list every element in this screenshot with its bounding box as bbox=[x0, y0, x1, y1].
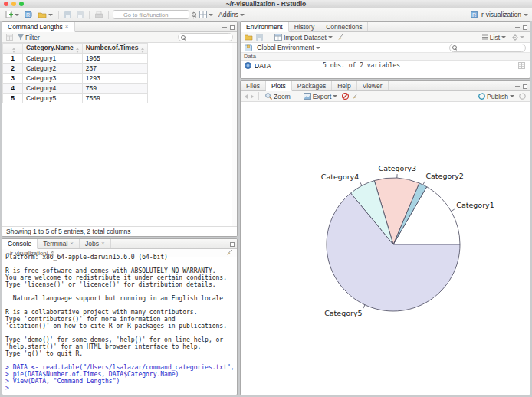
tab-history[interactable]: History bbox=[289, 22, 320, 31]
export-plot-button[interactable]: Export bbox=[302, 92, 340, 101]
svg-text:R: R bbox=[472, 12, 476, 18]
window-titlebar: ~/r-visualization - RStudio bbox=[0, 0, 532, 8]
list-label: List bbox=[490, 34, 500, 41]
load-workspace-folder-icon[interactable] bbox=[245, 34, 253, 41]
viewer-search-input[interactable] bbox=[178, 33, 233, 41]
minimize-pane-icon[interactable] bbox=[515, 86, 520, 87]
zoom-plot-button[interactable]: Zoom bbox=[264, 92, 292, 101]
open-file-button[interactable] bbox=[37, 11, 54, 19]
table-row[interactable]: 3Category31293 bbox=[3, 74, 148, 84]
remove-plot-icon[interactable] bbox=[342, 93, 349, 100]
console-line: 'help.start()' for an HTML browser inter… bbox=[5, 343, 237, 350]
tab-console[interactable]: Console bbox=[2, 239, 38, 249]
dataframe-object-icon bbox=[245, 62, 251, 69]
addins-button[interactable]: Addins bbox=[217, 10, 246, 19]
data-cell: Category5 bbox=[23, 94, 83, 103]
refresh-plot-icon[interactable] bbox=[519, 93, 526, 100]
console-line: > View(DATA, "Command Lengths") bbox=[5, 378, 237, 385]
goto-file-search[interactable] bbox=[113, 10, 189, 19]
tab-environment[interactable]: Environment bbox=[241, 22, 289, 32]
sort-icon bbox=[141, 48, 144, 53]
pane-layout-button[interactable] bbox=[198, 10, 215, 19]
row-number-cell: 3 bbox=[3, 74, 23, 84]
object-row-DATA[interactable]: DATA 5 obs. of 2 variables bbox=[241, 61, 530, 71]
data-cell: 7559 bbox=[82, 94, 147, 103]
clear-objects-broom-icon[interactable] bbox=[337, 34, 344, 41]
column-header-category-name[interactable]: Category.Name bbox=[23, 44, 83, 54]
console-line: R is free software and comes with ABSOLU… bbox=[5, 267, 237, 274]
print-button[interactable] bbox=[94, 11, 104, 19]
console-line: Natural language support but running in … bbox=[5, 295, 237, 302]
data-section-header: Data bbox=[241, 53, 530, 61]
plots-toolbar: Zoom Export Publish bbox=[241, 91, 530, 102]
pie-label-category4: Category4 bbox=[321, 172, 359, 181]
environment-search-input[interactable] bbox=[449, 44, 526, 52]
tab-terminal[interactable]: Terminal× bbox=[38, 239, 80, 248]
refresh-environment-button[interactable] bbox=[511, 34, 526, 41]
plots-pane: Files Plots Packages Help Viewer Zoom Ex… bbox=[240, 80, 530, 395]
filter-button[interactable]: Filter bbox=[16, 33, 41, 42]
console-line: Platform: x86_64-apple-darwin15.6.0 (64-… bbox=[5, 254, 237, 261]
tab-files[interactable]: Files bbox=[241, 81, 266, 90]
data-cell: 759 bbox=[82, 84, 147, 94]
goto-file-input[interactable] bbox=[113, 10, 189, 19]
maximize-pane-icon[interactable] bbox=[523, 25, 527, 30]
pie-label-category1: Category1 bbox=[456, 201, 494, 209]
tab-command-lengths[interactable]: Command Lengths × bbox=[2, 22, 75, 32]
minimize-pane-icon[interactable] bbox=[222, 244, 227, 244]
save-workspace-icon[interactable] bbox=[256, 34, 263, 41]
viewer-tab-label: Command Lengths bbox=[8, 23, 63, 31]
rownum-header[interactable] bbox=[3, 44, 23, 54]
next-plot-icon[interactable] bbox=[251, 94, 254, 99]
tab-plots[interactable]: Plots bbox=[266, 81, 292, 91]
r-project-icon: R bbox=[25, 11, 33, 18]
pie-label-leader bbox=[363, 305, 365, 309]
publish-button[interactable]: Publish bbox=[477, 92, 516, 101]
new-file-button[interactable] bbox=[4, 10, 21, 19]
tab-connections[interactable]: Connections bbox=[320, 22, 368, 31]
minimize-pane-icon[interactable] bbox=[222, 27, 227, 28]
save-button[interactable] bbox=[63, 11, 73, 19]
object-description: 5 obs. of 2 variables bbox=[323, 62, 400, 69]
save-all-button[interactable] bbox=[75, 11, 85, 19]
environment-toolbar: Import Dataset List bbox=[241, 32, 530, 43]
tab-packages[interactable]: Packages bbox=[292, 81, 332, 90]
console-line bbox=[5, 261, 237, 267]
import-dataset-button[interactable]: Import Dataset bbox=[273, 33, 334, 42]
project-menu-button[interactable]: R r-visualization bbox=[471, 11, 528, 18]
tab-help[interactable]: Help bbox=[332, 81, 356, 90]
row-number-cell: 5 bbox=[3, 94, 23, 103]
sort-icon bbox=[76, 48, 79, 53]
environment-scope-selector[interactable]: Global Environment bbox=[255, 43, 322, 52]
pane-layout-icon bbox=[199, 11, 207, 18]
environment-pane: Environment History Connections Import D… bbox=[240, 21, 530, 79]
console-output[interactable]: Platform: x86_64-apple-darwin15.6.0 (64-… bbox=[2, 254, 237, 395]
close-tab-icon[interactable]: × bbox=[70, 241, 74, 247]
column-header-number-of-times[interactable]: Number.of.Times bbox=[82, 44, 147, 54]
tab-jobs[interactable]: Jobs× bbox=[80, 239, 111, 248]
pie-label-leader bbox=[360, 182, 362, 185]
data-cell: 1293 bbox=[82, 74, 147, 84]
table-header-row: Category.Name Number.of.Times bbox=[3, 44, 148, 54]
table-row[interactable]: 5Category57559 bbox=[3, 94, 148, 103]
console-pane: Console Terminal× Jobs× ~/r-visualizatio… bbox=[2, 238, 238, 395]
maximize-pane-icon[interactable] bbox=[230, 242, 235, 247]
close-tab-icon[interactable]: × bbox=[101, 241, 105, 247]
clear-all-plots-broom-icon[interactable] bbox=[352, 94, 359, 100]
new-project-button[interactable]: R bbox=[23, 10, 34, 19]
tab-viewer[interactable]: Viewer bbox=[357, 81, 389, 90]
minimize-pane-icon[interactable] bbox=[515, 27, 520, 28]
row-number-cell: 2 bbox=[3, 64, 23, 74]
table-row[interactable]: 4Category4759 bbox=[3, 84, 148, 94]
list-view-button[interactable]: List bbox=[481, 33, 507, 42]
viewer-scrollbar[interactable] bbox=[232, 43, 237, 226]
previous-plot-icon[interactable] bbox=[245, 94, 248, 99]
table-row[interactable]: 1Category11965 bbox=[3, 54, 148, 64]
maximize-pane-icon[interactable] bbox=[523, 84, 527, 89]
publish-label: Publish bbox=[487, 93, 508, 100]
view-object-grid-icon[interactable] bbox=[518, 62, 525, 69]
table-row[interactable]: 2Category2237 bbox=[3, 64, 148, 74]
close-tab-icon[interactable]: × bbox=[65, 24, 69, 30]
maximize-pane-icon[interactable] bbox=[230, 25, 235, 30]
refresh-grid-icon[interactable] bbox=[6, 34, 13, 41]
